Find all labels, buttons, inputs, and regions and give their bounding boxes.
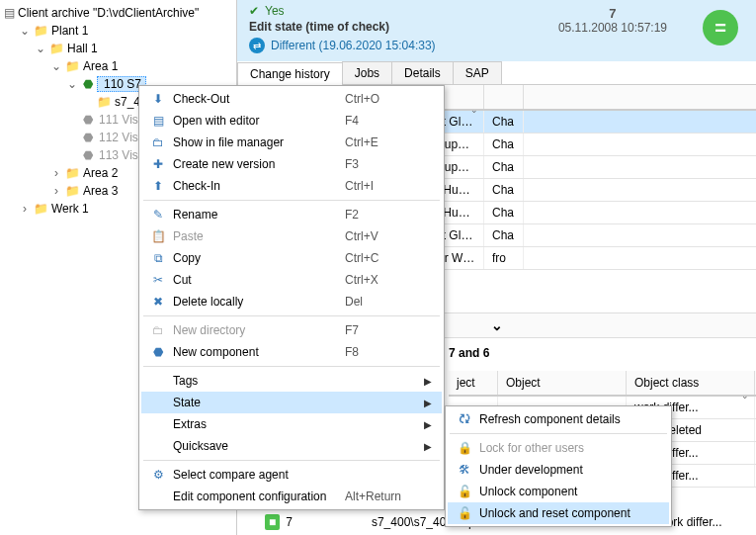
tab-sap[interactable]: SAP xyxy=(453,61,502,84)
menu-extras[interactable]: Extras▶ xyxy=(141,413,442,435)
equal-badge-icon: = xyxy=(703,10,738,45)
component-dim-icon: ⬣ xyxy=(79,148,97,162)
col2-object[interactable]: Object xyxy=(498,371,627,395)
tree-label: Plant 1 xyxy=(49,24,88,38)
check-icon: ✔ xyxy=(249,4,259,18)
tree-label: Werk 1 xyxy=(49,202,89,216)
twisty-closed-icon: › xyxy=(49,184,63,198)
col2-object-class[interactable]: Object class xyxy=(627,371,755,395)
tab-details[interactable]: Details xyxy=(391,61,454,84)
menu-open-editor[interactable]: ▤Open with editorF4 xyxy=(141,110,442,132)
version-number: 7 xyxy=(558,6,667,21)
submenu-under-dev[interactable]: 🛠Under development xyxy=(448,459,669,481)
chevron-down-icon: ⌄ xyxy=(741,391,749,401)
menu-edit-config[interactable]: Edit component configurationAlt+Return xyxy=(141,486,442,507)
chevron-down-icon: ⌄ xyxy=(470,105,478,115)
submenu-unlock-reset[interactable]: 🔓Unlock and reset component xyxy=(448,502,669,524)
col-event[interactable] xyxy=(484,85,524,109)
grid2-header: ject Object Object class xyxy=(449,371,756,396)
new-version-icon: ✚ xyxy=(147,157,169,171)
delete-icon: ✖ xyxy=(147,295,169,309)
twisty-open-icon: ⌄ xyxy=(18,24,32,38)
menu-separator xyxy=(143,366,440,367)
submenu-unlock[interactable]: 🔓Unlock component xyxy=(448,481,669,502)
menu-cut[interactable]: ✂CutCtrl+X xyxy=(141,269,442,291)
folder-icon: 📁 xyxy=(63,184,81,198)
cut-icon: ✂ xyxy=(147,273,169,287)
cell-event: fro xyxy=(484,247,524,269)
menu-separator xyxy=(450,433,667,434)
different-icon: ⇄ xyxy=(249,38,265,53)
cell-event: Cha xyxy=(484,156,524,178)
tree-label: 110 S7 xyxy=(102,77,141,91)
menu-create-version[interactable]: ✚Create new versionF3 xyxy=(141,153,442,175)
menu-copy[interactable]: ⧉CopyCtrl+C xyxy=(141,247,442,269)
context-menu: ⬇Check-OutCtrl+O ▤Open with editorF4 🗀Sh… xyxy=(138,85,445,510)
tree-label: Area 1 xyxy=(81,59,118,73)
menu-quicksave[interactable]: Quicksave▶ xyxy=(141,435,442,457)
menu-checkin[interactable]: ⬆Check-InCtrl+I xyxy=(141,175,442,197)
folder-icon: 📁 xyxy=(32,24,49,38)
pencil-icon: ✎ xyxy=(147,208,169,222)
menu-state[interactable]: State▶ xyxy=(141,392,442,413)
checkin-icon: ⬆ xyxy=(147,179,169,193)
unlock-reset-icon: 🔓 xyxy=(454,506,475,520)
menu-tags[interactable]: Tags▶ xyxy=(141,370,442,392)
tree-hall1[interactable]: ⌄ 📁 Hall 1 xyxy=(2,40,234,57)
folder-icon: 📁 xyxy=(63,59,81,73)
tab-bar: Change history Jobs Details SAP xyxy=(237,61,756,85)
menu-separator xyxy=(143,315,440,316)
bottom-seven: 7 xyxy=(286,515,293,529)
copy-icon: ⧉ xyxy=(147,251,169,265)
tree-root-label: Client archive "D:\vdClientArchive" xyxy=(16,6,199,20)
folder-icon: 📁 xyxy=(32,202,49,216)
tab-change-history[interactable]: Change history xyxy=(237,62,343,85)
menu-delete-locally[interactable]: ✖Delete locallyDel xyxy=(141,291,442,312)
tree-root[interactable]: ▤ Client archive "D:\vdClientArchive" xyxy=(2,4,234,22)
tab-jobs[interactable]: Jobs xyxy=(342,61,392,84)
menu-checkout[interactable]: ⬇Check-OutCtrl+O xyxy=(141,88,442,110)
tree-label: Area 3 xyxy=(81,184,118,198)
col2-a[interactable]: ject xyxy=(449,371,498,395)
open-icon: ▤ xyxy=(147,114,169,128)
paste-icon: 📋 xyxy=(147,229,169,243)
info-panel: ✔Yes Edit state (time of check) ⇄ Differ… xyxy=(237,0,756,61)
menu-select-compare[interactable]: ⚙Select compare agent xyxy=(141,464,442,486)
info-right: 7 05.11.2008 10:57:19 xyxy=(558,6,667,35)
different-label: Different (19.06.2020 15:04:33) xyxy=(271,39,436,52)
submenu-arrow-icon: ▶ xyxy=(424,398,436,408)
cell-event: Cha xyxy=(484,111,524,133)
submenu-arrow-icon: ▶ xyxy=(424,441,436,452)
checkout-icon: ⬇ xyxy=(147,92,169,106)
menu-separator xyxy=(143,460,440,461)
tree-label: s7_4 xyxy=(113,95,140,109)
state-submenu: 🗘Refresh component details 🔒Lock for oth… xyxy=(445,405,672,527)
submenu-arrow-icon: ▶ xyxy=(424,419,436,430)
chevron-down-icon: ⌄ xyxy=(491,317,503,333)
refresh-icon: 🗘 xyxy=(454,412,475,426)
component-dim-icon: ⬣ xyxy=(79,113,97,127)
folder-icon: 📁 xyxy=(47,42,65,55)
cell-event: Cha xyxy=(484,224,524,246)
cell-event: Cha xyxy=(484,179,524,201)
component-icon: ⬣ xyxy=(79,77,97,91)
wrench-icon: 🛠 xyxy=(454,463,475,477)
menu-new-component[interactable]: ⬣New componentF8 xyxy=(141,341,442,363)
new-component-icon: ⬣ xyxy=(147,345,169,359)
version-timestamp: 05.11.2008 10:57:19 xyxy=(558,21,667,35)
submenu-refresh[interactable]: 🗘Refresh component details xyxy=(448,408,669,430)
twisty-closed-icon: › xyxy=(18,202,32,216)
compare-icon: ⚙ xyxy=(147,468,169,482)
menu-show-filemanager[interactable]: 🗀Show in file managerCtrl+E xyxy=(141,132,442,153)
submenu-arrow-icon: ▶ xyxy=(424,376,436,387)
version-icon: ■ xyxy=(265,514,280,530)
component-dim-icon: ⬣ xyxy=(79,131,97,144)
yes-label: Yes xyxy=(265,4,285,18)
menu-rename[interactable]: ✎RenameF2 xyxy=(141,204,442,225)
submenu-lock-others: 🔒Lock for other users xyxy=(448,437,669,459)
compare-section-label: 7 and 6 xyxy=(449,346,489,360)
tree-label: Hall 1 xyxy=(65,42,98,55)
tree-plant1[interactable]: ⌄ 📁 Plant 1 xyxy=(2,22,234,40)
tree-area1[interactable]: ⌄ 📁 Area 1 xyxy=(2,57,234,75)
twisty-open-icon: ⌄ xyxy=(34,42,47,55)
